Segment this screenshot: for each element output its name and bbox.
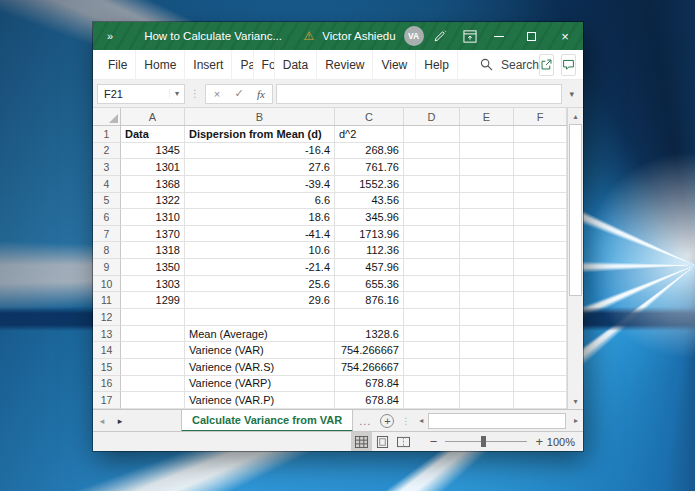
row-header-16[interactable]: 16 bbox=[93, 376, 121, 393]
cell-C2[interactable]: 268.96 bbox=[335, 143, 404, 160]
cell-F5[interactable] bbox=[514, 193, 567, 210]
cell-C3[interactable]: 761.76 bbox=[335, 159, 404, 176]
page-layout-view-button[interactable] bbox=[372, 432, 393, 451]
cell-E8[interactable] bbox=[460, 242, 514, 259]
cell-F13[interactable] bbox=[514, 326, 567, 343]
cell-D8[interactable] bbox=[404, 242, 460, 259]
cell-A4[interactable]: 1368 bbox=[121, 176, 185, 193]
cell-D15[interactable] bbox=[404, 359, 460, 376]
cell-F7[interactable] bbox=[514, 226, 567, 243]
row-header-5[interactable]: 5 bbox=[93, 193, 121, 210]
ribbon-display-options-icon[interactable] bbox=[457, 22, 483, 50]
cell-C14[interactable]: 754.266667 bbox=[335, 342, 404, 359]
previous-sheet-icon[interactable]: ◂ bbox=[93, 416, 111, 426]
cell-F2[interactable] bbox=[514, 143, 567, 160]
cell-E3[interactable] bbox=[460, 159, 514, 176]
sheet-tab-active[interactable]: Calculate Variance from VAR bbox=[181, 410, 353, 432]
cell-C12[interactable] bbox=[335, 309, 404, 326]
cell-A3[interactable]: 1301 bbox=[121, 159, 185, 176]
cell-D12[interactable] bbox=[404, 309, 460, 326]
scroll-up-icon[interactable]: ▴ bbox=[568, 108, 583, 124]
cell-F8[interactable] bbox=[514, 242, 567, 259]
cell-C8[interactable]: 112.36 bbox=[335, 242, 404, 259]
cell-D11[interactable] bbox=[404, 292, 460, 309]
cell-D9[interactable] bbox=[404, 259, 460, 276]
formula-bar-expand-icon[interactable]: ▾ bbox=[562, 89, 579, 99]
cell-D5[interactable] bbox=[404, 193, 460, 210]
cell-F1[interactable] bbox=[514, 126, 567, 143]
cell-E10[interactable] bbox=[460, 276, 514, 293]
formula-input[interactable] bbox=[276, 84, 562, 104]
cell-B1[interactable]: Dispersion from Mean (d) bbox=[185, 126, 335, 143]
cell-A16[interactable] bbox=[121, 376, 185, 393]
cell-C10[interactable]: 655.36 bbox=[335, 276, 404, 293]
cell-B5[interactable]: 6.6 bbox=[185, 193, 335, 210]
warning-icon[interactable]: ⚠ bbox=[304, 29, 315, 43]
name-box[interactable]: F21 ▾ bbox=[97, 84, 185, 104]
cell-F14[interactable] bbox=[514, 342, 567, 359]
cell-A14[interactable] bbox=[121, 342, 185, 359]
cell-B3[interactable]: 27.6 bbox=[185, 159, 335, 176]
cell-D10[interactable] bbox=[404, 276, 460, 293]
cell-E2[interactable] bbox=[460, 143, 514, 160]
horizontal-scrollbar[interactable]: ◂ ▸ bbox=[414, 410, 583, 431]
cell-C15[interactable]: 754.266667 bbox=[335, 359, 404, 376]
cell-D3[interactable] bbox=[404, 159, 460, 176]
cell-B13[interactable]: Mean (Average) bbox=[185, 326, 335, 343]
cell-A9[interactable]: 1350 bbox=[121, 259, 185, 276]
tab-view[interactable]: View bbox=[373, 50, 416, 80]
close-button[interactable]: × bbox=[547, 22, 583, 50]
zoom-slider-thumb[interactable] bbox=[481, 436, 486, 447]
cell-E16[interactable] bbox=[460, 376, 514, 393]
cell-F12[interactable] bbox=[514, 309, 567, 326]
row-header-13[interactable]: 13 bbox=[93, 326, 121, 343]
cell-E9[interactable] bbox=[460, 259, 514, 276]
zoom-out-button[interactable]: − bbox=[430, 434, 438, 449]
minimize-button[interactable] bbox=[483, 22, 515, 50]
tab-page-layout[interactable]: Page Lay bbox=[232, 50, 253, 80]
cell-C7[interactable]: 1713.96 bbox=[335, 226, 404, 243]
zoom-slider[interactable] bbox=[445, 441, 527, 442]
zoom-in-button[interactable]: + bbox=[535, 434, 543, 449]
cell-B8[interactable]: 10.6 bbox=[185, 242, 335, 259]
row-header-14[interactable]: 14 bbox=[93, 342, 121, 359]
scroll-down-icon[interactable]: ▾ bbox=[568, 393, 583, 409]
tab-review[interactable]: Review bbox=[317, 50, 373, 80]
cell-B7[interactable]: -41.4 bbox=[185, 226, 335, 243]
column-header-d[interactable]: D bbox=[404, 108, 460, 125]
cell-C4[interactable]: 1552.36 bbox=[335, 176, 404, 193]
cell-E5[interactable] bbox=[460, 193, 514, 210]
pen-draw-icon[interactable] bbox=[428, 22, 454, 50]
tab-home[interactable]: Home bbox=[136, 50, 185, 80]
vertical-scrollbar-thumb[interactable] bbox=[569, 124, 582, 296]
cell-D4[interactable] bbox=[404, 176, 460, 193]
cell-E1[interactable] bbox=[460, 126, 514, 143]
cell-B12[interactable] bbox=[185, 309, 335, 326]
cell-A5[interactable]: 1322 bbox=[121, 193, 185, 210]
cell-D1[interactable] bbox=[404, 126, 460, 143]
cell-D6[interactable] bbox=[404, 209, 460, 226]
maximize-button[interactable] bbox=[515, 22, 547, 50]
search-input[interactable]: Search bbox=[480, 58, 539, 72]
row-header-7[interactable]: 7 bbox=[93, 226, 121, 243]
row-header-6[interactable]: 6 bbox=[93, 209, 121, 226]
row-header-4[interactable]: 4 bbox=[93, 176, 121, 193]
row-header-11[interactable]: 11 bbox=[93, 292, 121, 309]
cell-F17[interactable] bbox=[514, 392, 567, 409]
cell-E12[interactable] bbox=[460, 309, 514, 326]
insert-function-button[interactable]: fx bbox=[250, 88, 272, 100]
cell-A10[interactable]: 1303 bbox=[121, 276, 185, 293]
vertical-scrollbar-track[interactable] bbox=[568, 296, 583, 393]
quick-access-overflow-button[interactable]: » bbox=[93, 30, 124, 42]
cell-B16[interactable]: Varience (VARP) bbox=[185, 376, 335, 393]
avatar[interactable]: VA bbox=[404, 26, 424, 46]
cell-D17[interactable] bbox=[404, 392, 460, 409]
cell-F15[interactable] bbox=[514, 359, 567, 376]
cell-C11[interactable]: 876.16 bbox=[335, 292, 404, 309]
cell-C17[interactable]: 678.84 bbox=[335, 392, 404, 409]
cell-E15[interactable] bbox=[460, 359, 514, 376]
tab-insert[interactable]: Insert bbox=[185, 50, 232, 80]
cell-E11[interactable] bbox=[460, 292, 514, 309]
cell-F10[interactable] bbox=[514, 276, 567, 293]
cell-C13[interactable]: 1328.6 bbox=[335, 326, 404, 343]
